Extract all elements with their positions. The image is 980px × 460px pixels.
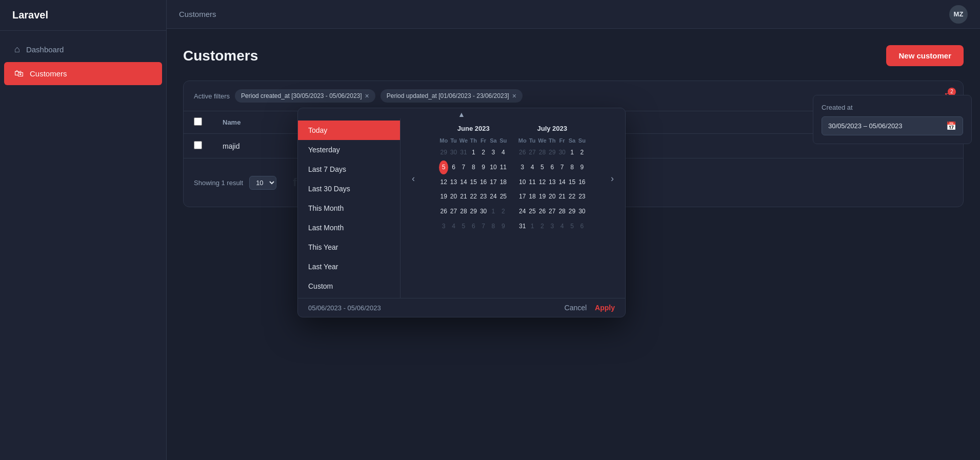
cal-day[interactable]: 27 (548, 205, 556, 218)
cal-day[interactable]: 14 (459, 175, 468, 189)
select-all-checkbox[interactable] (194, 117, 202, 126)
filter-chip-created-close[interactable]: × (365, 92, 369, 100)
preset-custom[interactable]: Custom (298, 276, 400, 296)
cal-day[interactable]: 4 (499, 146, 508, 159)
cal-day[interactable]: 3 (548, 219, 556, 233)
cal-day[interactable]: 16 (577, 175, 586, 189)
sidebar-item-dashboard[interactable]: ⌂ Dashboard (4, 38, 162, 61)
cal-day[interactable]: 10 (518, 175, 527, 189)
cal-day[interactable]: 30 (449, 146, 458, 159)
cal-day[interactable]: 9 (479, 161, 488, 174)
cal-day[interactable]: 24 (518, 205, 527, 218)
cal-day[interactable]: 7 (557, 161, 566, 174)
date-range-input[interactable]: 30/05/2023 – 05/06/2023 📅 (822, 116, 963, 135)
cal-day[interactable]: 3 (489, 146, 497, 159)
cal-day[interactable]: 13 (449, 175, 458, 189)
cal-day[interactable]: 5 (538, 161, 547, 174)
cal-day[interactable]: 30 (577, 205, 586, 218)
cal-day[interactable]: 23 (479, 190, 488, 204)
cal-day[interactable]: 26 (518, 146, 527, 159)
cal-day[interactable]: 15 (469, 175, 478, 189)
cal-day[interactable]: 29 (439, 146, 448, 159)
cal-day[interactable]: 1 (489, 205, 497, 218)
cal-day[interactable]: 12 (439, 175, 448, 189)
cal-day[interactable]: 6 (469, 219, 478, 233)
cal-day[interactable]: 27 (449, 205, 458, 218)
cal-day[interactable]: 21 (557, 190, 566, 204)
cal-day[interactable]: 9 (577, 161, 586, 174)
cal-day[interactable]: 7 (479, 219, 488, 233)
cal-day[interactable]: 22 (469, 190, 478, 204)
per-page-select[interactable]: 10 25 50 (249, 176, 276, 190)
user-avatar[interactable]: MZ (949, 5, 968, 24)
cal-day[interactable]: 2 (577, 146, 586, 159)
cal-day[interactable]: 20 (449, 190, 458, 204)
cancel-button[interactable]: Cancel (565, 304, 587, 312)
cal-day[interactable]: 21 (459, 190, 468, 204)
cal-day[interactable]: 2 (479, 146, 488, 159)
cal-day[interactable]: 29 (568, 205, 576, 218)
cal-day[interactable]: 31 (518, 219, 527, 233)
cal-day[interactable]: 13 (548, 175, 556, 189)
preset-last30days[interactable]: Last 30 Days (298, 179, 400, 198)
cal-day[interactable]: 27 (528, 146, 536, 159)
cal-day[interactable]: 11 (528, 175, 536, 189)
cal-day[interactable]: 14 (557, 175, 566, 189)
cal-day[interactable]: 6 (449, 161, 458, 174)
cal-day[interactable]: 29 (469, 205, 478, 218)
sidebar-item-customers[interactable]: 🛍 Customers (4, 62, 162, 85)
preset-lastyear[interactable]: Last Year (298, 257, 400, 276)
prev-month-button[interactable]: ‹ (409, 172, 418, 185)
cal-day[interactable]: 26 (538, 205, 547, 218)
cal-day[interactable]: 12 (538, 175, 547, 189)
cal-day[interactable]: 16 (479, 175, 488, 189)
cal-day[interactable]: 10 (489, 161, 497, 174)
cal-day[interactable]: 19 (538, 190, 547, 204)
cal-day[interactable]: 15 (568, 175, 576, 189)
cal-day[interactable]: 5 (459, 219, 468, 233)
cal-day[interactable]: 31 (459, 146, 468, 159)
cal-day[interactable]: 24 (489, 190, 497, 204)
cal-day[interactable]: 22 (568, 190, 576, 204)
cal-day[interactable]: 23 (577, 190, 586, 204)
cal-day[interactable]: 17 (489, 175, 497, 189)
cal-day[interactable]: 3 (439, 219, 448, 233)
cal-day[interactable]: 28 (538, 146, 547, 159)
cal-day[interactable]: 19 (439, 190, 448, 204)
cal-day[interactable]: 2 (499, 205, 508, 218)
cal-day[interactable]: 30 (479, 205, 488, 218)
row-checkbox[interactable] (194, 141, 202, 149)
cal-day[interactable]: 1 (469, 146, 478, 159)
cal-day[interactable]: 1 (568, 146, 576, 159)
preset-today[interactable]: Today (298, 121, 400, 140)
cal-day[interactable]: 6 (548, 161, 556, 174)
cal-day[interactable]: 7 (459, 161, 468, 174)
preset-yesterday[interactable]: Yesterday (298, 140, 400, 159)
cal-day[interactable]: 3 (518, 161, 527, 174)
cal-day[interactable]: 29 (548, 146, 556, 159)
next-month-button[interactable]: › (608, 172, 617, 185)
cal-day[interactable]: 4 (557, 219, 566, 233)
cal-day[interactable]: 8 (469, 161, 478, 174)
cal-day[interactable]: 6 (577, 219, 586, 233)
filter-chip-updated-close[interactable]: × (512, 92, 516, 100)
cal-day[interactable]: 11 (499, 161, 508, 174)
preset-last7days[interactable]: Last 7 Days (298, 159, 400, 179)
cal-day[interactable]: 18 (528, 190, 536, 204)
preset-thismonth[interactable]: This Month (298, 198, 400, 218)
new-customer-button[interactable]: New customer (886, 45, 964, 66)
cal-day[interactable]: 5 (568, 219, 576, 233)
cal-day[interactable]: 4 (528, 161, 536, 174)
cal-day[interactable]: 9 (499, 219, 508, 233)
filter-chip-created[interactable]: Period created_at [30/05/2023 - 05/06/20… (235, 89, 375, 103)
cal-day[interactable]: 26 (439, 205, 448, 218)
cal-day[interactable]: 30 (557, 146, 566, 159)
cal-day[interactable]: 8 (489, 219, 497, 233)
cal-day[interactable]: 25 (499, 190, 508, 204)
cal-day[interactable]: 17 (518, 190, 527, 204)
filter-chip-updated[interactable]: Period updated_at [01/06/2023 - 23/06/20… (381, 89, 523, 103)
cal-day[interactable]: 4 (449, 219, 458, 233)
cal-day[interactable]: 8 (568, 161, 576, 174)
apply-button[interactable]: Apply (595, 304, 615, 312)
cal-day[interactable]: 20 (548, 190, 556, 204)
